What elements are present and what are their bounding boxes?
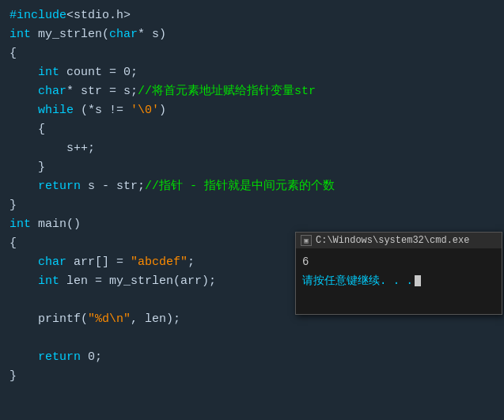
- cmd-output-number: 6: [302, 253, 495, 272]
- cmd-popup-window: ▣ C:\Windows\system32\cmd.exe 6 请按任意键继续.…: [295, 232, 502, 315]
- code-line-5: char* str = s;//将首元素地址赋给指针变量str: [9, 82, 495, 101]
- cmd-titlebar: ▣ C:\Windows\system32\cmd.exe: [296, 233, 502, 248]
- code-line-18: [9, 329, 495, 348]
- code-line-7: {: [9, 120, 495, 139]
- cmd-body: 6 请按任意键继续. . .: [296, 248, 502, 296]
- code-line-8: s++;: [9, 139, 495, 158]
- code-line-19: return 0;: [9, 348, 495, 367]
- code-line-3: {: [9, 44, 495, 63]
- code-line-9: }: [9, 158, 495, 177]
- cmd-cursor: [415, 275, 421, 286]
- code-line-1: #include<stdio.h>: [9, 6, 495, 25]
- code-line-11: }: [9, 196, 495, 215]
- code-line-10: return s - str;//指针 - 指针就是中间元素的个数: [9, 177, 495, 196]
- code-line-20: }: [9, 367, 495, 386]
- cmd-press-key-text: 请按任意键继续. . .: [302, 272, 495, 291]
- cmd-window-icon: ▣: [301, 235, 312, 246]
- code-editor: #include<stdio.h> int my_strlen(char* s)…: [0, 0, 504, 392]
- code-line-6: while (*s != '\0'): [9, 101, 495, 120]
- code-line-2: int my_strlen(char* s): [9, 25, 495, 44]
- code-line-4: int count = 0;: [9, 63, 495, 82]
- cmd-title-text: C:\Windows\system32\cmd.exe: [316, 235, 469, 246]
